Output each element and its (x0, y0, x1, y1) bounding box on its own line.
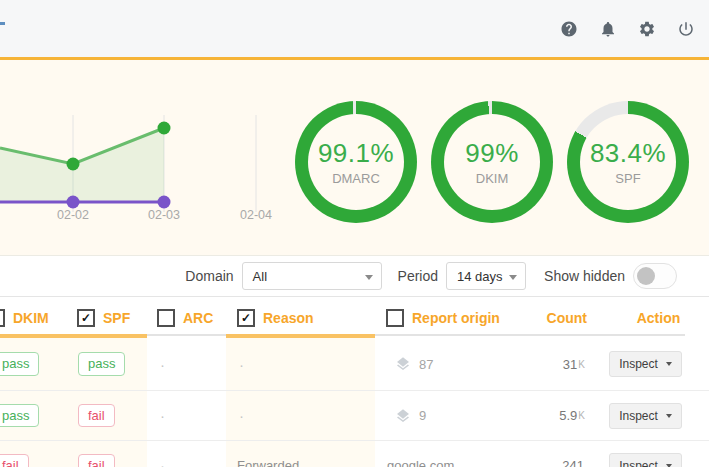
spf-result-badge: fail (78, 404, 115, 428)
column-label: Count (547, 310, 587, 326)
report-origin-checkbox[interactable]: ✓ (386, 309, 404, 327)
column-header-arc: ✓ ARC (147, 297, 226, 338)
count-suffix: K (578, 359, 585, 370)
reason-cell: · (226, 391, 375, 440)
spf-checkbox[interactable]: ✓ (77, 309, 95, 327)
action-cell: Inspect (600, 338, 709, 390)
toggle-knob (637, 267, 655, 285)
action-cell: Inspect (600, 391, 709, 440)
top-bar-icon-group (560, 20, 709, 38)
column-header-spf: ✓ SPF (70, 297, 147, 338)
column-header-reason: ✓ Reason (226, 297, 375, 338)
period-select[interactable]: 14 days (446, 262, 526, 290)
period-filter-label: Period (398, 268, 438, 284)
column-header-report-origin: ✓ Report origin (375, 297, 530, 338)
count-value: 31 (563, 357, 577, 372)
arc-cell: · (147, 391, 226, 440)
empty-value-dot: · (160, 458, 165, 467)
table-header: ✓ DKIM ✓ SPF ✓ ARC ✓ Reason ✓ Report ori… (0, 297, 709, 338)
report-origin-cell: 87 (375, 338, 530, 390)
empty-value-dot: · (160, 357, 165, 372)
chevron-down-icon (509, 275, 517, 280)
column-label[interactable]: Reason (263, 310, 314, 326)
spf-donut-chart: 83.4% SPF (567, 101, 689, 223)
domain-filter-label: Domain (185, 268, 233, 284)
notifications-bell-icon[interactable] (599, 20, 617, 38)
checkbox-check-icon: ✓ (0, 312, 1, 324)
dkim-donut-chart: 99% DKIM (431, 101, 553, 223)
column-label[interactable]: ARC (183, 310, 213, 326)
reason-cell: Forwarded (226, 441, 375, 467)
svg-text:02-03: 02-03 (148, 208, 180, 222)
header-underline (0, 334, 709, 338)
spf-cell: fail (70, 391, 147, 440)
filter-bar: Domain All Period 14 days Show hidden (0, 256, 709, 297)
origin-count: 87 (419, 357, 433, 372)
dkim-result-badge: pass (0, 404, 39, 428)
dkim-donut-label: DKIM (476, 171, 509, 186)
spf-donut-label: SPF (615, 171, 640, 186)
column-label[interactable]: SPF (103, 310, 130, 326)
domain-select-value: All (253, 269, 267, 284)
show-hidden-toggle[interactable] (633, 263, 677, 289)
dkim-result-badge: fail (0, 454, 29, 467)
reason-cell: · (226, 338, 375, 390)
layers-icon (395, 356, 411, 372)
inspect-button[interactable]: Inspect (609, 403, 682, 429)
empty-value-dot: · (160, 408, 165, 423)
origin-domain: google.com (387, 458, 454, 467)
dkim-cell: pass (0, 338, 70, 390)
arc-cell: · (147, 338, 226, 390)
spf-result-badge: pass (78, 352, 125, 376)
dashboard-charts-panel: 02-0202-0302-04 99.1% DMARC 99% DKIM 83.… (0, 60, 709, 256)
power-logout-icon[interactable] (677, 20, 695, 38)
count-suffix: K (578, 410, 585, 421)
period-select-value: 14 days (457, 269, 503, 284)
svg-text:02-02: 02-02 (57, 208, 89, 222)
column-label[interactable]: Report origin (412, 310, 500, 326)
dmarc-donut-chart: 99.1% DMARC (295, 101, 417, 223)
layers-icon (395, 408, 411, 424)
chevron-down-icon (666, 464, 672, 467)
dmarc-percentage: 99.1% (318, 138, 394, 169)
column-label[interactable]: DKIM (13, 310, 49, 326)
spf-percentage: 83.4% (590, 138, 666, 169)
checkbox-check-icon: ✓ (241, 312, 251, 324)
empty-value-dot: · (239, 357, 244, 372)
count-cell: 31 K (530, 338, 600, 390)
action-cell: Inspect (600, 441, 709, 467)
spf-result-badge: fail (78, 454, 115, 467)
count-value: 5.9 (559, 408, 577, 423)
cropped-logo-fragment (0, 22, 5, 25)
reason-checkbox[interactable]: ✓ (237, 309, 255, 327)
arc-checkbox[interactable]: ✓ (157, 309, 175, 327)
settings-gear-icon[interactable] (638, 20, 656, 38)
svg-text:02-04: 02-04 (240, 208, 272, 222)
table-row: fail fail · Forwarded google.com 241 Ins… (0, 440, 709, 467)
inspect-button[interactable]: Inspect (609, 351, 682, 377)
count-cell: 5.9 K (530, 391, 600, 440)
report-origin-cell: 9 (375, 391, 530, 440)
report-origin-cell: google.com (375, 441, 530, 467)
inspect-button-label: Inspect (619, 357, 658, 371)
dmarc-dashboard: 02-0202-0302-04 99.1% DMARC 99% DKIM 83.… (0, 0, 709, 467)
top-bar (0, 0, 709, 57)
origin-count: 9 (419, 408, 426, 423)
help-icon[interactable] (560, 20, 578, 38)
inspect-button-label: Inspect (619, 459, 658, 467)
column-header-dkim: ✓ DKIM (0, 297, 70, 338)
inspect-button[interactable]: Inspect (609, 453, 682, 467)
column-header-action: Action (600, 297, 709, 338)
inspect-button-label: Inspect (619, 409, 658, 423)
column-label: Action (637, 310, 681, 326)
count-cell: 241 (530, 441, 600, 467)
domain-select[interactable]: All (242, 262, 382, 290)
checkbox-check-icon: ✓ (81, 312, 91, 324)
table-row: pass fail · · 9 5.9 K Inspect (0, 390, 709, 440)
dkim-checkbox[interactable]: ✓ (0, 309, 5, 327)
count-value: 241 (562, 458, 584, 467)
show-hidden-label: Show hidden (544, 268, 625, 284)
empty-value-dot: · (239, 408, 244, 423)
spf-cell: fail (70, 441, 147, 467)
dkim-result-badge: pass (0, 352, 39, 376)
